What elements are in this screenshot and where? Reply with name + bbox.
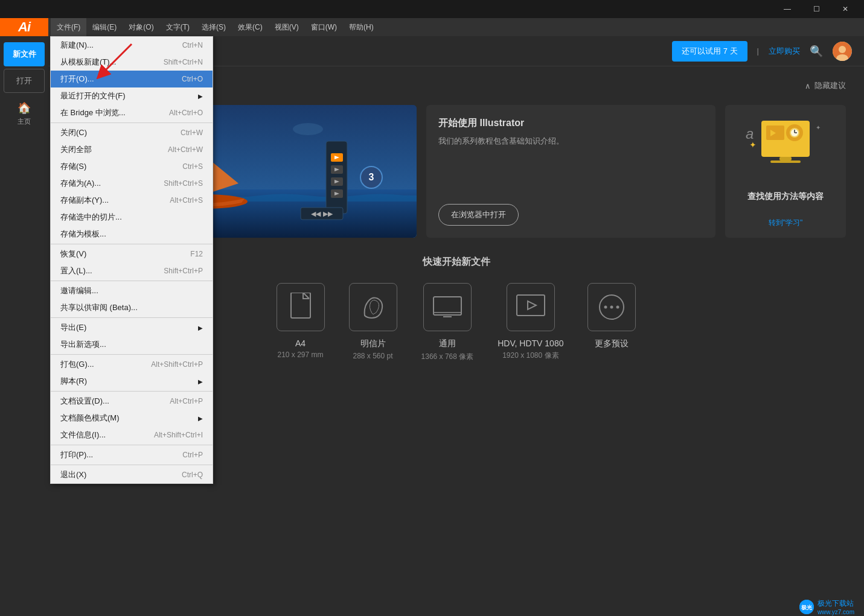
bottom-watermark-bar: 极光 极光下载站 www.yz7.com xyxy=(799,598,864,616)
search-icon[interactable]: 🔍 xyxy=(810,45,823,58)
menu-place[interactable]: 置入(L)... Shift+Ctrl+P xyxy=(51,262,213,279)
menu-new-template[interactable]: 从模板新建(T)... Shift+Ctrl+N xyxy=(51,54,213,71)
get-started-card: 开始使用 Illustrator 我们的系列教程包含基础知识介绍。 在浏览器中打… xyxy=(426,105,715,238)
tip-title: 查找使用方法等内容 xyxy=(747,191,824,202)
svg-text:极光: 极光 xyxy=(801,605,813,611)
preset-hdtv-size: 1920 x 1080 像素 xyxy=(502,351,558,361)
open-button[interactable]: 打开 xyxy=(4,69,45,93)
menu-text[interactable]: 文字(T) xyxy=(160,18,196,36)
titlebar-controls: — ☐ ✕ xyxy=(773,0,859,18)
menu-object[interactable]: 对象(O) xyxy=(123,18,159,36)
preset-more-name: 更多预设 xyxy=(595,338,629,349)
menu-sep-7 xyxy=(51,445,213,445)
menubar: Ai 文件(F) 编辑(E) 对象(O) 文字(T) 选择(S) 效果(C) 视… xyxy=(0,18,864,36)
svg-point-46 xyxy=(616,306,619,309)
maximize-button[interactable]: ☐ xyxy=(802,0,830,18)
new-file-button[interactable]: 新文件 xyxy=(4,42,45,66)
menu-revert[interactable]: 恢复(V) F12 xyxy=(51,246,213,262)
menu-open[interactable]: 打开(O)... Ctrl+O xyxy=(51,71,213,87)
svg-rect-41 xyxy=(517,295,545,316)
preset-more-icon xyxy=(587,283,636,331)
svg-point-1 xyxy=(839,46,846,53)
preset-hdtv-name: HDV, HDTV 1080 xyxy=(498,338,563,348)
menu-color-mode[interactable]: 文档颜色模式(M) ▶ xyxy=(51,410,213,427)
menu-help[interactable]: 帮助(H) xyxy=(343,18,380,36)
menu-close-all[interactable]: 关闭全部 Alt+Ctrl+W xyxy=(51,141,213,158)
menu-file[interactable]: 文件(F) xyxy=(51,18,86,36)
preset-general[interactable]: 通用 1366 x 768 像素 xyxy=(421,283,474,362)
menu-doc-settings[interactable]: 文档设置(D)... Alt+Ctrl+P xyxy=(51,393,213,410)
menu-print[interactable]: 打印(P)... Ctrl+P xyxy=(51,446,213,463)
menu-quit[interactable]: 退出(X) Ctrl+Q xyxy=(51,466,213,483)
close-button[interactable]: ✕ xyxy=(831,0,859,18)
preset-postcard-icon xyxy=(349,283,397,331)
file-dropdown-menu: 新建(N)... Ctrl+N 从模板新建(T)... Shift+Ctrl+N… xyxy=(50,36,213,484)
menu-sep-3 xyxy=(51,281,213,281)
menu-sep-8 xyxy=(51,465,213,465)
menu-effect[interactable]: 效果(C) xyxy=(232,18,269,36)
svg-text:✦: ✦ xyxy=(816,124,821,131)
svg-point-45 xyxy=(610,306,613,309)
menu-view[interactable]: 视图(V) xyxy=(269,18,305,36)
svg-rect-31 xyxy=(779,157,792,160)
preset-a4-name: A4 xyxy=(295,338,306,348)
minimize-button[interactable]: — xyxy=(773,0,801,18)
menu-new[interactable]: 新建(N)... Ctrl+N xyxy=(51,37,213,54)
svg-text:3: 3 xyxy=(369,172,374,182)
left-sidebar: 新文件 打开 🏠 主页 xyxy=(0,36,48,616)
svg-point-44 xyxy=(604,306,607,309)
preset-more[interactable]: 更多预设 xyxy=(587,283,636,362)
app-logo: Ai xyxy=(0,18,48,36)
menu-save[interactable]: 存储(S) Ctrl+S xyxy=(51,158,213,175)
menu-close[interactable]: 关闭(C) Ctrl+W xyxy=(51,124,213,141)
watermark-site-name: 极光下载站 xyxy=(818,599,854,609)
hide-suggestions-btn[interactable]: ∧ 隐藏建议 xyxy=(805,80,846,91)
menu-save-template[interactable]: 存储为模板... xyxy=(51,226,213,243)
menu-bridge[interactable]: 在 Bridge 中浏览... Alt+Ctrl+O xyxy=(51,104,213,121)
menu-window[interactable]: 窗口(W) xyxy=(305,18,343,36)
home-label: 主页 xyxy=(18,117,31,126)
user-avatar[interactable] xyxy=(833,42,852,61)
preset-a4[interactable]: A4 210 x 297 mm xyxy=(277,283,325,362)
titlebar: — ☐ ✕ xyxy=(0,0,864,18)
menu-export-options[interactable]: 导出新选项... xyxy=(51,336,213,353)
preset-postcard[interactable]: 明信片 288 x 560 pt xyxy=(349,283,397,362)
buy-now-link[interactable]: 立即购买 xyxy=(769,46,800,57)
menu-package[interactable]: 打包(G)... Alt+Shift+Ctrl+P xyxy=(51,356,213,373)
menu-sep-5 xyxy=(51,354,213,355)
watermark-logo: 极光 xyxy=(799,600,814,614)
menubar-items: 文件(F) 编辑(E) 对象(O) 文字(T) 选择(S) 效果(C) 视图(V… xyxy=(48,18,380,36)
menu-save-as[interactable]: 存储为(A)... Shift+Ctrl+S xyxy=(51,175,213,192)
preset-general-icon xyxy=(423,283,472,331)
menu-save-copy[interactable]: 存储副本(Y)... Alt+Ctrl+S xyxy=(51,192,213,209)
preset-general-size: 1366 x 768 像素 xyxy=(421,352,474,362)
menu-recent[interactable]: 最近打开的文件(F) ▶ xyxy=(51,87,213,104)
open-in-browser-button[interactable]: 在浏览器中打开 xyxy=(438,204,519,226)
menu-export[interactable]: 导出(E) ▶ xyxy=(51,319,213,336)
preset-hdtv[interactable]: HDV, HDTV 1080 1920 x 1080 像素 xyxy=(498,283,563,362)
menu-sep-1 xyxy=(51,122,213,123)
svg-point-9 xyxy=(293,123,323,135)
tip-card: ✦ ✦ a 查找使用方法等内容 转到"学习" xyxy=(725,105,846,238)
card-desc: 我们的系列教程包含基础知识介绍。 xyxy=(438,136,703,147)
svg-text:◀◀  ▶▶: ◀◀ ▶▶ xyxy=(311,210,333,217)
tip-link[interactable]: 转到"学习" xyxy=(769,218,803,228)
menu-share[interactable]: 共享以供审阅 (Beta)... xyxy=(51,299,213,316)
watermark-url: www.yz7.com xyxy=(818,609,854,615)
menu-select[interactable]: 选择(S) xyxy=(196,18,232,36)
preset-postcard-name: 明信片 xyxy=(360,338,386,349)
svg-rect-32 xyxy=(770,160,801,163)
menu-edit[interactable]: 编辑(E) xyxy=(86,18,123,36)
chevron-up-icon: ∧ xyxy=(805,81,811,90)
preset-postcard-size: 288 x 560 pt xyxy=(353,352,393,360)
preset-hdtv-icon xyxy=(507,283,555,331)
menu-sep-4 xyxy=(51,317,213,318)
menu-sep-2 xyxy=(51,244,213,244)
card-title: 开始使用 Illustrator xyxy=(438,117,703,130)
home-nav-item[interactable]: 🏠 主页 xyxy=(4,101,45,125)
menu-doc-info[interactable]: 文件信息(I)... Alt+Shift+Ctrl+I xyxy=(51,427,213,443)
menu-scripts[interactable]: 脚本(R) ▶ xyxy=(51,373,213,390)
watermark: 极光 极光下载站 www.yz7.com xyxy=(799,599,854,615)
menu-invite[interactable]: 邀请编辑... xyxy=(51,282,213,299)
menu-save-selection[interactable]: 存储选中的切片... xyxy=(51,209,213,226)
